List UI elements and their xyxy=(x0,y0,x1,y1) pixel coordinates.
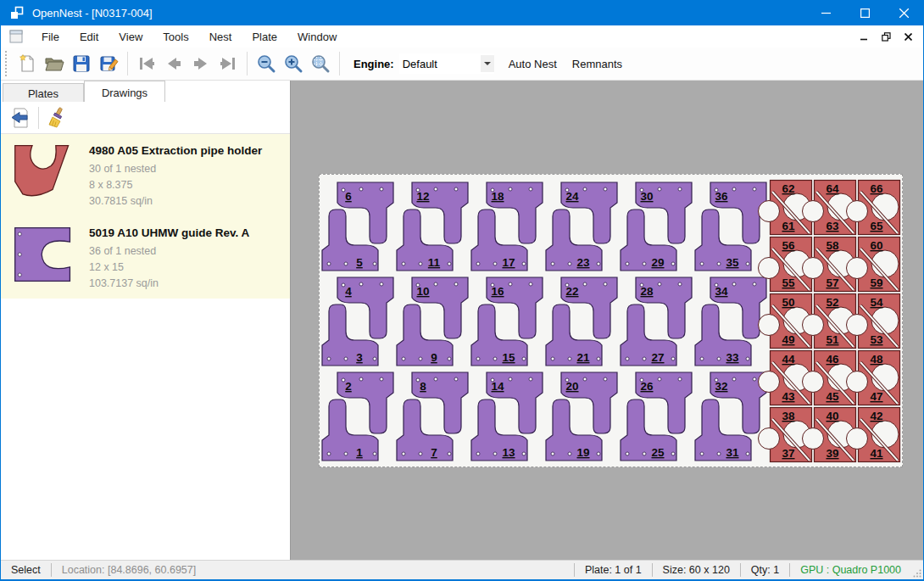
menu-file[interactable]: File xyxy=(31,27,70,47)
last-arrow-icon xyxy=(218,53,238,74)
toolbar-separator xyxy=(339,52,340,75)
new-document-icon xyxy=(17,53,37,74)
nest-part-pair-purple[interactable]: 3433 xyxy=(695,277,766,366)
part-number: 4 xyxy=(345,285,352,298)
plate[interactable]: 6512111817242330293635431091615222128273… xyxy=(319,174,903,467)
drawing-size: 12 x 15 xyxy=(89,260,249,276)
nest-part-pair-purple[interactable]: 2827 xyxy=(621,277,692,366)
save-as-button[interactable] xyxy=(95,50,122,77)
part-number: 18 xyxy=(491,190,504,203)
part-number: 52 xyxy=(826,296,838,309)
nest-part-pair-purple[interactable]: 43 xyxy=(322,277,393,366)
previous-arrow-icon xyxy=(164,53,184,74)
last-plate-button[interactable] xyxy=(214,50,242,77)
remnants-button[interactable]: Remnants xyxy=(565,53,630,75)
part-number: 61 xyxy=(782,220,795,232)
zoom-in-button[interactable] xyxy=(280,50,307,77)
zoom-out-button[interactable] xyxy=(253,50,280,77)
tab-drawings[interactable]: Drawings xyxy=(84,81,165,102)
nest-part-pair-purple[interactable]: 3029 xyxy=(621,182,692,271)
part-number: 40 xyxy=(826,410,838,422)
zoom-in-icon xyxy=(283,53,303,74)
first-plate-button[interactable] xyxy=(133,50,160,77)
mdi-restore-button[interactable] xyxy=(879,31,893,42)
nest-part-pair-purple[interactable]: 2423 xyxy=(546,182,617,271)
part-number: 26 xyxy=(640,380,654,393)
part-number: 21 xyxy=(576,351,590,364)
open-button[interactable] xyxy=(41,50,68,77)
nest-part-pair-purple[interactable]: 21 xyxy=(322,372,393,461)
minimize-button[interactable] xyxy=(806,0,845,25)
side-panel: Plates Drawings xyxy=(1,81,291,560)
auto-nest-button[interactable]: Auto Nest xyxy=(501,53,565,75)
clean-button[interactable] xyxy=(44,105,70,131)
title-bar: OpenNest - [N0317-004] xyxy=(1,0,923,25)
engine-combobox[interactable]: Default xyxy=(399,53,494,74)
save-button[interactable] xyxy=(68,50,95,77)
mdi-minimize-icon xyxy=(860,33,868,41)
part-number: 51 xyxy=(826,333,839,346)
nest-part-pair-purple[interactable]: 1817 xyxy=(471,182,543,271)
menu-edit[interactable]: Edit xyxy=(70,27,109,47)
qty-label: Qty: 1 xyxy=(741,564,789,576)
part-number: 36 xyxy=(715,190,728,203)
return-drawing-button[interactable] xyxy=(8,105,33,131)
nest-part-pair-purple[interactable]: 65 xyxy=(322,182,393,271)
drawing-item[interactable]: 5019 A10 UHMW guide Rev. A 36 of 1 neste… xyxy=(1,216,290,299)
part-number: 31 xyxy=(726,446,739,459)
new-button[interactable] xyxy=(14,50,41,77)
nest-canvas[interactable]: 6512111817242330293635431091615222128273… xyxy=(291,81,923,560)
menu-view[interactable]: View xyxy=(109,27,153,47)
part-number: 57 xyxy=(826,277,838,289)
part-number: 60 xyxy=(870,239,882,252)
part-number: 34 xyxy=(715,285,728,298)
part-number: 14 xyxy=(491,380,504,393)
nest-part-pair-purple[interactable]: 1615 xyxy=(471,277,543,366)
nest-part-pair-purple[interactable]: 2625 xyxy=(621,372,692,461)
maximize-button[interactable] xyxy=(845,0,884,25)
nest-part-pair-purple[interactable]: 109 xyxy=(397,277,468,366)
app-logo-icon xyxy=(9,5,25,20)
return-arrow-icon xyxy=(9,107,31,129)
part-number: 53 xyxy=(870,333,883,346)
nest-part-pair-purple[interactable]: 3635 xyxy=(695,182,766,271)
mdi-close-button[interactable] xyxy=(901,31,915,42)
status-bar: Select Location: [84.8696, 60.6957] Plat… xyxy=(1,560,923,579)
drawing-area: 30.7815 sq/in xyxy=(89,193,262,209)
part-number: 12 xyxy=(416,190,429,203)
combo-dropdown-button[interactable] xyxy=(481,55,494,72)
drawing-title: 5019 A10 UHMW guide Rev. A xyxy=(89,226,249,239)
drawing-nested: 30 of 1 nested xyxy=(89,161,262,177)
part-number: 11 xyxy=(428,256,441,269)
drawing-item[interactable]: 4980 A05 Extraction pipe holder 30 of 1 … xyxy=(1,134,290,216)
main-toolbar: Engine: Default Auto Nest Remnants xyxy=(1,47,923,81)
window-title: OpenNest - [N0317-004] xyxy=(32,7,153,20)
zoom-out-icon xyxy=(256,53,276,74)
nest-part-pair-purple[interactable]: 2019 xyxy=(546,372,617,461)
part-number: 38 xyxy=(782,410,795,422)
gpu-label: GPU : Quadro P1000 xyxy=(790,564,911,576)
part-number: 30 xyxy=(640,190,653,203)
menu-nest[interactable]: Nest xyxy=(199,27,242,47)
tab-plates[interactable]: Plates xyxy=(3,83,84,102)
menu-tools[interactable]: Tools xyxy=(153,27,198,47)
menu-plate[interactable]: Plate xyxy=(242,27,287,47)
mdi-minimize-button[interactable] xyxy=(857,31,871,42)
next-plate-button[interactable] xyxy=(187,50,214,77)
nest-part-pair-purple[interactable]: 1211 xyxy=(397,182,468,271)
resize-grip[interactable] xyxy=(911,561,923,579)
menu-window[interactable]: Window xyxy=(287,27,347,47)
part-number: 65 xyxy=(870,220,883,232)
part-number: 10 xyxy=(416,285,429,298)
nest-part-pair-purple[interactable]: 3231 xyxy=(695,372,766,461)
nest-part-pair-purple[interactable]: 2221 xyxy=(546,277,617,366)
drawing-thumbnail-red xyxy=(9,141,77,204)
zoom-fit-button[interactable] xyxy=(307,50,334,77)
part-number: 48 xyxy=(870,353,883,366)
broom-icon xyxy=(46,107,68,129)
nest-part-pair-purple[interactable]: 87 xyxy=(397,372,468,461)
nest-part-pair-purple[interactable]: 1413 xyxy=(471,372,543,461)
part-number: 33 xyxy=(726,351,739,364)
previous-plate-button[interactable] xyxy=(160,50,187,77)
close-button[interactable] xyxy=(884,0,923,25)
